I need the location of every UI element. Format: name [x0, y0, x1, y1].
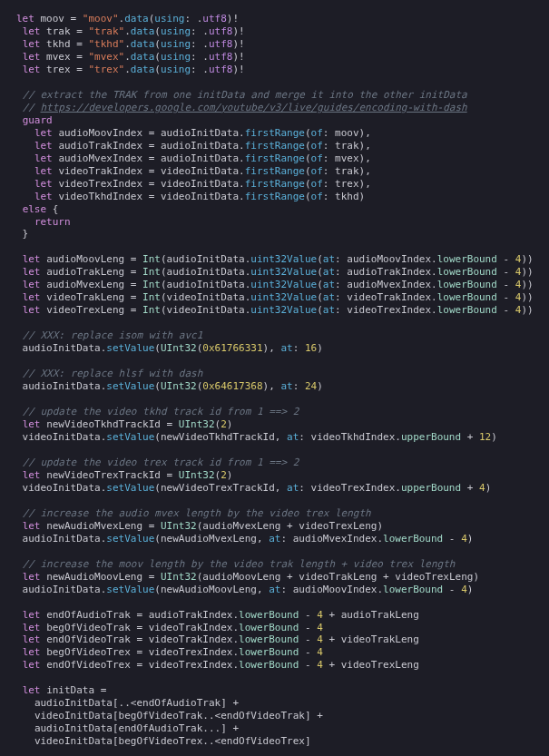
code-block: let moov = "moov".data(using: .utf8)! le… [0, 0, 549, 756]
doc-url[interactable]: https://developers.google.com/youtube/v3… [41, 102, 467, 113]
